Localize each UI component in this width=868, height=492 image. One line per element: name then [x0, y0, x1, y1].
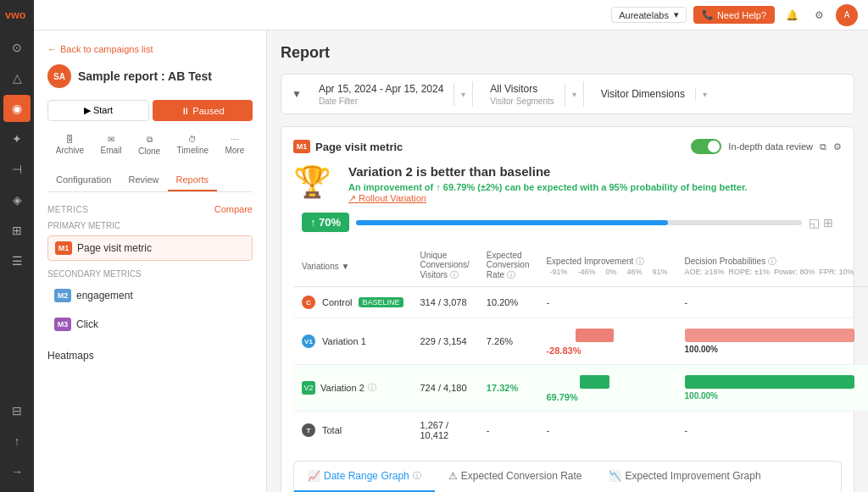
filter-bar: ▼ Apr 15, 2024 - Apr 15, 2024 Date Filte… — [281, 74, 854, 114]
phone-icon: 📞 — [702, 9, 714, 20]
pause-button[interactable]: ⏸ Paused — [153, 100, 253, 121]
rollout-link[interactable]: ↗ Rollout Variation — [348, 193, 426, 203]
back-link[interactable]: ← Back to campaigns list — [47, 44, 253, 54]
variations-table: Variations ▼ Unique Conversions/Visitors… — [293, 246, 868, 449]
improvement-cell-v2: 69.79% — [537, 365, 676, 412]
primary-metric-item[interactable]: M1 Page visit metric — [47, 235, 253, 261]
actions-cell-control[interactable]: ⋮ — [863, 287, 869, 318]
col-improvement: Expected Improvement ⓘ -91% -46% 0% 46% … — [537, 246, 676, 287]
tab-review[interactable]: Review — [120, 169, 167, 191]
need-help-button[interactable]: 📞 Need Help? — [693, 6, 775, 24]
svg-text:vwo: vwo — [5, 9, 26, 21]
sidebar-icon-dashboard[interactable]: ⊙ — [3, 34, 31, 61]
sidebar-icon-split[interactable]: ⊣ — [3, 156, 31, 183]
v1-dot: V1 — [302, 334, 315, 348]
m1-badge: M1 — [55, 241, 72, 255]
actions-cell-v1[interactable]: ⋮ — [863, 318, 869, 365]
indepth-toggle[interactable] — [691, 139, 721, 154]
vwo-logo: vwo — [3, 7, 31, 24]
timeline-button[interactable]: ⏱ Timeline — [177, 135, 209, 156]
actions-cell-total — [863, 412, 869, 450]
secondary-metric-engagement[interactable]: M2 engagement — [47, 284, 253, 307]
col-conversions: Unique Conversions/Visitors ⓘ — [412, 246, 478, 287]
start-button[interactable]: ▶ Start — [47, 100, 149, 121]
user-avatar[interactable]: A — [836, 4, 858, 26]
settings-icon[interactable]: ⚙ — [833, 141, 842, 152]
campaign-title: Sample report : AB Test — [78, 69, 212, 83]
email-button[interactable]: ✉ Email — [101, 135, 122, 156]
info-icon-date-range[interactable]: ⓘ — [413, 470, 421, 482]
actions-cell-v2[interactable]: ⋮ — [863, 365, 869, 412]
winner-section: 🏆 Variation 2 is better than baseline An… — [293, 164, 842, 204]
info-icon-improvement[interactable]: ⓘ — [636, 257, 644, 266]
sidebar-icon-events[interactable]: ⊞ — [3, 217, 31, 244]
conversions-cell-control: 314 / 3,078 — [412, 287, 478, 318]
dimension-filter[interactable]: Visitor Dimensions — [591, 88, 696, 100]
report-title: Report — [281, 44, 854, 62]
m3-badge: M3 — [54, 318, 71, 331]
table-row: V1 Variation 1 229 / 3,154 7.26% -28.8 — [293, 318, 868, 365]
settings-gear-icon[interactable]: ⚙ — [809, 5, 829, 25]
sidebar-icon-ab[interactable]: △ — [3, 64, 31, 91]
trophy-icon: 🏆 — [293, 164, 331, 200]
decision-cell-total: - — [676, 412, 863, 450]
sidebar-icon-reports[interactable]: ◉ — [3, 95, 31, 122]
variation-cell-v1: V1 Variation 1 — [302, 334, 403, 348]
bottom-tabs: 📈 Date Range Graph ⓘ ⚠ Expected Conversi… — [293, 461, 842, 492]
progress-bar — [356, 220, 802, 225]
sidebar-icon-personalize[interactable]: ◈ — [3, 186, 31, 213]
sidebar-bottom: ⊟ ↑ → — [3, 397, 31, 492]
improvement-up-arrow: ↑ — [436, 182, 443, 192]
variation-name-cell-v2: V2 Variation 2 ⓘ — [293, 365, 412, 412]
info-icon-decision[interactable]: ⓘ — [768, 257, 776, 266]
progress-section: ↑ 70% ◱ ⊞ — [293, 213, 842, 232]
secondary-metric-click[interactable]: M3 Click — [47, 312, 253, 336]
archive-button[interactable]: 🗄 Archive — [56, 135, 84, 156]
tab-expected-improvement[interactable]: 📉 Expected Improvement Graph — [595, 462, 774, 492]
col-decision: Decision Probabilities ⓘ AOE: ≥16% ROPE:… — [676, 246, 863, 287]
decision-bar-v1 — [685, 329, 854, 342]
variation-cell-control: C Control BASELINE — [302, 296, 403, 309]
copy-icon[interactable]: ⧉ — [820, 141, 826, 152]
timeline-icon: ⏱ — [188, 135, 197, 144]
control-dot: C — [302, 296, 315, 309]
clone-button[interactable]: ⧉ Clone — [138, 135, 160, 156]
variation-name-cell-v1: V1 Variation 1 — [293, 318, 412, 365]
compare-link[interactable]: Compare — [214, 204, 253, 214]
brand-selector[interactable]: Aureatelabs ▾ — [611, 7, 687, 23]
chevron-down-dimension: ▾ — [703, 90, 707, 99]
action-buttons: ▶ Start ⏸ Paused — [47, 100, 253, 121]
tab-expected-conversion[interactable]: ⚠ Expected Conversion Rate — [435, 462, 596, 492]
notification-bell-icon[interactable]: 🔔 — [782, 5, 802, 25]
info-icon-conversions[interactable]: ⓘ — [450, 270, 459, 279]
filter-icon[interactable]: ▼ — [342, 262, 350, 271]
conversions-cell-total: 1,267 / 10,412 — [412, 412, 478, 450]
conv-rate-cell-control: 10.20% — [478, 287, 538, 318]
sidebar-icon-settings2[interactable]: ⊟ — [3, 397, 31, 424]
trend-icon: 📉 — [609, 470, 621, 482]
sidebar-icon-heatmap[interactable]: ✦ — [3, 125, 31, 152]
sidebar: vwo ⊙ △ ◉ ✦ ⊣ ◈ ⊞ ☰ ⊟ ↑ → — [0, 0, 34, 492]
right-panel: Report ▼ Apr 15, 2024 - Apr 15, 2024 Dat… — [267, 30, 868, 492]
trophy-section: 🏆 — [293, 164, 331, 200]
tab-configuration[interactable]: Configuration — [47, 169, 120, 191]
sidebar-icon-help[interactable]: ↑ — [3, 428, 31, 455]
info-icon-v2: ⓘ — [368, 382, 376, 394]
heatmaps-section[interactable]: Heatmaps — [47, 350, 253, 362]
decision-bar-v2 — [685, 375, 854, 389]
pos-bar — [580, 375, 609, 389]
warning-icon: ⚠ — [448, 470, 458, 482]
progress-icon-2: ⊞ — [823, 216, 833, 229]
sidebar-icon-ideas[interactable]: ☰ — [3, 247, 31, 274]
sidebar-icon-logout[interactable]: → — [3, 458, 31, 485]
segment-filter[interactable]: All Visitors Visitor Segments — [480, 83, 565, 106]
date-filter[interactable]: Apr 15, 2024 - Apr 15, 2024 Date Filter — [309, 83, 454, 106]
more-button[interactable]: ⋯ More — [225, 135, 244, 156]
variation-name-cell: C Control BASELINE — [293, 287, 412, 318]
tab-reports[interactable]: Reports — [168, 169, 218, 191]
info-icon-conv-rate[interactable]: ⓘ — [507, 270, 515, 279]
chart-line-icon: 📈 — [308, 470, 320, 482]
tab-date-range-graph[interactable]: 📈 Date Range Graph ⓘ — [294, 462, 435, 492]
brand-name: Aureatelabs — [619, 10, 669, 20]
table-row: V2 Variation 2 ⓘ 724 / 4,180 17.32% — [293, 365, 868, 412]
